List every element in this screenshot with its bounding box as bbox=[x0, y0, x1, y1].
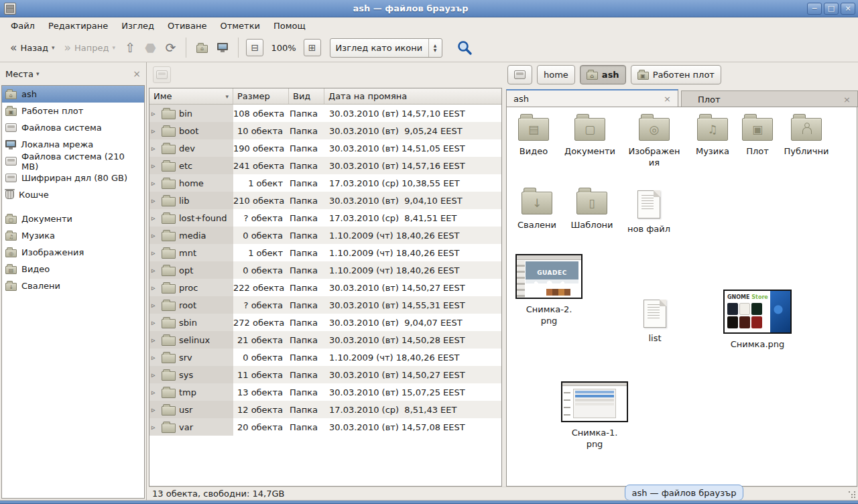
table-row[interactable]: ▹mnt 1 обектПапка1.10.2009 (чт) 18,40,26… bbox=[149, 244, 501, 261]
expander-icon[interactable]: ▹ bbox=[151, 266, 158, 275]
table-row[interactable]: ▹opt 0 обектаПапка1.10.2009 (чт) 18,40,2… bbox=[149, 261, 501, 279]
file-item-new-file[interactable]: нов файл bbox=[622, 190, 676, 235]
sidebar-item-filesystem[interactable]: Файлова система bbox=[2, 119, 144, 136]
table-row[interactable]: ▹tmp 13 обектаПапка30.03.2010 (вт) 15,07… bbox=[149, 383, 501, 401]
tab-plot[interactable]: Плот × bbox=[681, 90, 858, 107]
sidebar-item-video[interactable]: ▤ Видео bbox=[2, 261, 144, 277]
menu-bookmarks[interactable]: Отметки bbox=[213, 19, 266, 33]
close-button[interactable]: × bbox=[841, 3, 855, 15]
expander-icon[interactable]: ▹ bbox=[151, 162, 158, 170]
table-row[interactable]: ▹boot 10 обектаПапка30.03.2010 (вт) 9,05… bbox=[149, 122, 501, 139]
expander-icon[interactable]: ▹ bbox=[151, 127, 158, 135]
expander-icon[interactable]: ▹ bbox=[151, 318, 158, 327]
sidebar-item-desktop[interactable]: ▣ Работен плот bbox=[2, 103, 144, 119]
tab-close-icon[interactable]: × bbox=[843, 94, 851, 105]
resize-grip[interactable] bbox=[848, 491, 856, 499]
expander-icon[interactable]: ▹ bbox=[151, 214, 158, 223]
table-row[interactable]: ▹lib 210 обектаПапка30.03.2010 (вт) 9,04… bbox=[149, 192, 501, 209]
sidebar-item-documents[interactable]: ▢ Документи bbox=[2, 210, 144, 227]
expander-icon[interactable]: ▹ bbox=[151, 423, 158, 432]
minimize-button[interactable]: − bbox=[807, 3, 822, 15]
column-header-name[interactable]: Име ▾ bbox=[149, 88, 233, 104]
sidebar-item-pictures[interactable]: ◎ Изображения bbox=[2, 244, 144, 261]
taskbar-window-button[interactable]: ash — файлов браузър bbox=[625, 485, 743, 501]
table-row[interactable]: ▹etc 241 обектаПапка30.03.2010 (вт) 14,5… bbox=[149, 157, 501, 174]
sidebar-item-downloads[interactable]: ↓ Свалени bbox=[2, 277, 144, 294]
sidebar-item-encrypted-80gb[interactable]: Шифриран дял (80 GB) bbox=[2, 170, 144, 186]
file-item-list[interactable]: list bbox=[640, 300, 670, 344]
path-root-button[interactable] bbox=[507, 65, 532, 84]
table-row[interactable]: ▹bin 108 обектаПапка30.03.2010 (вт) 14,5… bbox=[149, 105, 501, 122]
table-row[interactable]: ▹srv 0 обектаПапка1.10.2009 (чт) 18,40,2… bbox=[149, 349, 501, 366]
expander-icon[interactable]: ▹ bbox=[151, 231, 158, 240]
expander-icon[interactable]: ▹ bbox=[151, 144, 158, 153]
sidebar-item-trash[interactable]: Кошче bbox=[2, 186, 144, 203]
up-button[interactable]: ⇧ bbox=[120, 39, 140, 56]
file-item-snimka-1[interactable]: Снимка-1.png bbox=[560, 381, 629, 450]
sidebar-item-ash[interactable]: ⌂ ash bbox=[2, 86, 144, 103]
combo-spinner-icon[interactable]: ▲ ▼ bbox=[428, 39, 442, 57]
menu-view[interactable]: Изглед bbox=[115, 19, 161, 33]
menu-help[interactable]: Помощ bbox=[267, 19, 312, 33]
tree-root-button[interactable] bbox=[153, 66, 171, 83]
column-header-date[interactable]: Дата на промяна bbox=[324, 88, 501, 104]
computer-button[interactable] bbox=[212, 40, 233, 56]
sidebar-title[interactable]: Места bbox=[5, 69, 34, 79]
table-row[interactable]: ▹media 0 обектаПапка1.10.2009 (чт) 18,40… bbox=[149, 227, 501, 244]
table-row[interactable]: ▹dev 190 обектаПапка30.03.2010 (вт) 14,5… bbox=[149, 139, 501, 157]
folder-item-pictures[interactable]: ◎ Изображения bbox=[626, 118, 682, 168]
sidebar-title-chevron-icon[interactable]: ▾ bbox=[36, 70, 40, 77]
table-row[interactable]: ▹usr 12 обектаПапка17.03.2010 (ср) 8,51,… bbox=[149, 401, 501, 418]
expander-icon[interactable]: ▹ bbox=[151, 353, 158, 362]
column-header-size[interactable]: Размер bbox=[233, 88, 289, 104]
table-row[interactable]: ▹var 20 обектаПапка30.03.2010 (вт) 14,57… bbox=[149, 418, 501, 436]
folder-item-public[interactable]: Публични bbox=[780, 118, 833, 157]
expander-icon[interactable]: ▹ bbox=[151, 301, 158, 310]
reload-button[interactable]: ⟳ bbox=[160, 39, 180, 56]
path-ash-button[interactable]: ⌂ ash bbox=[580, 65, 626, 84]
view-mode-select[interactable]: Изглед като икони ▲ ▼ bbox=[330, 38, 442, 58]
table-row[interactable]: ▹root ? обектаПапка30.03.2010 (вт) 14,55… bbox=[149, 296, 501, 314]
tab-close-icon[interactable]: × bbox=[664, 94, 671, 104]
search-button[interactable] bbox=[452, 36, 477, 59]
folder-item-downloads[interactable]: ↓ Свалени bbox=[510, 192, 564, 231]
file-item-snimka-2[interactable]: GUADEC Снимка-2.png bbox=[515, 254, 583, 326]
expander-icon[interactable]: ▹ bbox=[151, 196, 158, 205]
folder-item-documents[interactable]: ▢ Документи bbox=[562, 118, 618, 157]
sidebar-item-filesystem-210mb[interactable]: Файлова система (210 MB) bbox=[2, 153, 144, 170]
zoom-out-button[interactable]: ⊟ bbox=[246, 39, 263, 56]
sidebar-item-local-network[interactable]: Локална мрежа bbox=[2, 136, 144, 153]
stop-button[interactable]: ⬣ bbox=[140, 39, 161, 56]
column-header-type[interactable]: Вид bbox=[289, 88, 324, 104]
menu-file[interactable]: Файл bbox=[4, 19, 42, 33]
table-row[interactable]: ▹proc 222 обектаПапка30.03.2010 (вт) 14,… bbox=[149, 279, 501, 296]
table-row[interactable]: ▹home 1 обектПапка17.03.2010 (ср) 10,38,… bbox=[149, 174, 501, 192]
expander-icon[interactable]: ▹ bbox=[151, 371, 158, 379]
expander-icon[interactable]: ▹ bbox=[151, 249, 158, 257]
home-button[interactable]: ⌂ bbox=[192, 40, 212, 56]
folder-item-desktop[interactable]: ▣ Плот bbox=[731, 118, 784, 157]
path-desktop-button[interactable]: ▣ Работен плот bbox=[631, 65, 721, 84]
folder-item-video[interactable]: ▤ Видео bbox=[507, 118, 560, 157]
back-dropdown-icon[interactable]: ▾ bbox=[52, 44, 55, 51]
back-button[interactable]: « Назад ▾ bbox=[5, 40, 60, 56]
table-row[interactable]: ▹selinux 21 обектаПапка30.03.2010 (вт) 1… bbox=[149, 331, 501, 349]
table-row[interactable]: ▹lost+found ? обектаПапка17.03.2010 (ср)… bbox=[149, 209, 501, 227]
table-row[interactable]: ▹sbin 272 обектаПапка30.03.2010 (вт) 9,0… bbox=[149, 314, 501, 331]
folder-item-templates[interactable]: ▯ Шаблони bbox=[565, 192, 619, 231]
menu-edit[interactable]: Редактиране bbox=[42, 19, 115, 33]
expander-icon[interactable]: ▹ bbox=[151, 179, 158, 188]
file-item-snimka[interactable]: GNOME Store Снимка.png bbox=[723, 290, 792, 350]
expander-icon[interactable]: ▹ bbox=[151, 284, 158, 292]
zoom-in-button[interactable]: ⊞ bbox=[304, 39, 321, 56]
forward-button[interactable]: » Напред ▾ bbox=[60, 40, 120, 56]
expander-icon[interactable]: ▹ bbox=[151, 405, 158, 414]
expander-icon[interactable]: ▹ bbox=[151, 388, 158, 397]
sidebar-item-music[interactable]: ♫ Музика bbox=[2, 227, 144, 244]
expander-icon[interactable]: ▹ bbox=[151, 109, 158, 118]
expander-icon[interactable]: ▹ bbox=[151, 336, 158, 344]
maximize-button[interactable]: □ bbox=[824, 3, 839, 15]
tab-ash[interactable]: ash × bbox=[506, 89, 678, 107]
table-row[interactable]: ▹sys 11 обектаПапка30.03.2010 (вт) 14,50… bbox=[149, 366, 501, 383]
path-home-button[interactable]: home bbox=[537, 65, 575, 84]
